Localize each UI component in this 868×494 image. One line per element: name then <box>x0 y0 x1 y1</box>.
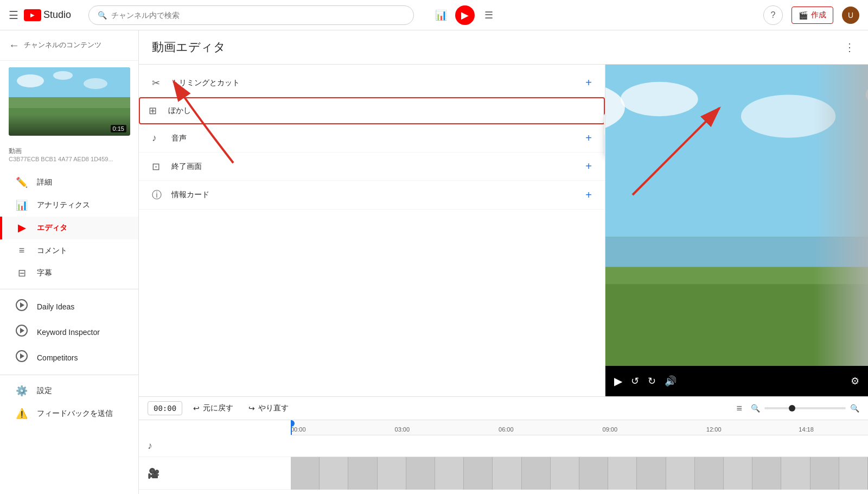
rewind-button[interactable]: ↺ <box>631 375 639 387</box>
video-info: 動画 C3B77ECB BCB1 4A77 AED8 1D459... <box>9 147 130 162</box>
timeline-right-controls: ≡ 🔍 🔍 <box>736 403 859 414</box>
svg-marker-7 <box>20 302 24 308</box>
video-type-label: 動画 <box>9 147 130 156</box>
editor-body: ✂ トリミングとカット + ⊞ ぼかし 顔のぼかし カスタムぼかし <box>139 65 868 494</box>
sidebar-item-keyword-inspector[interactable]: Keyword Inspector <box>0 319 138 345</box>
menu-icon[interactable]: ☰ <box>479 5 499 25</box>
redo-label: やり直す <box>258 403 289 413</box>
search-bar[interactable]: 🔍 <box>88 5 414 25</box>
sidebar-label-competitors: Competitors <box>37 353 78 362</box>
back-arrow-icon[interactable]: ← <box>9 39 20 52</box>
svg-point-4 <box>53 71 73 80</box>
video-preview: ▶ ↺ ↻ 🔊 ⚙ <box>605 65 868 396</box>
sidebar-divider-2 <box>0 375 138 375</box>
svg-rect-2 <box>9 97 130 108</box>
zoom-slider[interactable] <box>764 407 846 409</box>
blur-icon: ⊞ <box>149 105 164 117</box>
sidebar-item-feedback[interactable]: ⚠️ フィードバックを送信 <box>0 402 138 425</box>
analytics-icon[interactable]: 📊 <box>431 5 451 25</box>
sidebar-item-competitors[interactable]: Competitors <box>0 345 138 370</box>
ruler-2: 06:00 <box>499 426 514 433</box>
video-cell-4 <box>378 457 406 490</box>
ruler-4: 12:00 <box>706 426 722 433</box>
ruler-spacer <box>139 420 291 435</box>
sidebar-label-comments: コメント <box>37 246 67 256</box>
playhead[interactable] <box>291 420 292 435</box>
timeline-ruler: 00:00 03:00 06:00 09:00 12:00 14:18 <box>291 420 868 435</box>
forward-button[interactable]: ↻ <box>648 375 656 387</box>
play-button[interactable]: ▶ <box>614 375 622 388</box>
trim-add-button[interactable]: + <box>585 77 592 89</box>
keyword-inspector-icon <box>15 325 28 339</box>
video-cell-13 <box>637 457 666 490</box>
video-cell-19 <box>810 457 839 490</box>
svg-point-3 <box>17 74 44 87</box>
volume-button[interactable]: 🔊 <box>665 375 676 387</box>
yt-logo: Studio <box>24 9 71 21</box>
sidebar-label-subtitles: 字幕 <box>37 268 52 278</box>
undo-button[interactable]: ↩ 元に戻す <box>189 401 238 415</box>
video-cell-8 <box>493 457 521 490</box>
page-options-menu[interactable]: ⋮ <box>844 41 855 54</box>
video-cell-7 <box>464 457 493 490</box>
sidebar-item-comments[interactable]: ≡ コメント <box>0 239 138 262</box>
video-cell-15 <box>695 457 724 490</box>
preview-controls: ▶ ↺ ↻ 🔊 ⚙ <box>605 366 868 396</box>
timeline-lines-icon[interactable]: ≡ <box>736 403 742 414</box>
competitors-icon <box>15 350 28 365</box>
sidebar-item-daily-ideas[interactable]: Daily Ideas <box>0 294 138 319</box>
analytics-bar-icon: 📊 <box>15 199 28 211</box>
settings-icon: ⚙️ <box>15 385 28 397</box>
audio-add-button[interactable]: + <box>585 132 592 144</box>
video-track-label: 🎥 <box>139 457 291 490</box>
video-cell-14 <box>666 457 695 490</box>
sidebar-label-details: 詳細 <box>37 178 52 187</box>
create-button[interactable]: 🎬 作成 <box>792 7 833 24</box>
blur-label: ぼかし <box>168 106 595 116</box>
track-labels: ♪ 🎥 <box>139 420 291 494</box>
search-input[interactable] <box>111 11 405 20</box>
sidebar-divider <box>0 289 138 289</box>
sidebar-item-analytics[interactable]: 📊 アナリティクス <box>0 194 138 217</box>
subtitles-icon: ⊟ <box>15 267 28 279</box>
blur-section: ⊞ ぼかし 顔のぼかし カスタムぼかし <box>139 97 605 124</box>
sidebar-item-details[interactable]: ✏️ 詳細 <box>0 171 138 194</box>
audio-label: 音声 <box>171 134 585 143</box>
avatar[interactable]: U <box>842 7 859 24</box>
play-circle-icon[interactable]: ▶ <box>455 5 475 25</box>
zoom-thumb <box>789 405 795 411</box>
preview-settings-icon[interactable]: ⚙ <box>851 375 859 387</box>
toolbar-icons: 📊 ▶ ☰ <box>431 5 499 25</box>
sidebar-item-editor[interactable]: ▶ エディタ <box>0 217 138 239</box>
timeline-body: ♪ 🎥 00:00 03:00 06:00 09:00 <box>139 420 868 494</box>
page-title: 動画エディタ <box>152 39 226 55</box>
hamburger-icon[interactable]: ☰ <box>9 9 18 22</box>
audio-icon: ♪ <box>152 132 167 144</box>
end-screen-icon: ⊡ <box>152 161 167 173</box>
ruler-5: 14:18 <box>799 426 814 433</box>
channel-section: ← チャンネルのコンテンツ <box>0 30 138 61</box>
info-card-add-button[interactable]: + <box>585 189 592 201</box>
blur-row[interactable]: ⊞ ぼかし <box>139 97 605 124</box>
info-card-label: 情報カード <box>171 190 585 200</box>
comments-icon: ≡ <box>15 245 28 256</box>
redo-button[interactable]: ↪ やり直す <box>244 401 293 415</box>
video-cell-1 <box>291 457 320 490</box>
sidebar-label-keyword-inspector: Keyword Inspector <box>37 328 100 337</box>
ruler-0: 00:00 <box>291 426 306 433</box>
zoom-out-icon[interactable]: 🔍 <box>751 404 760 413</box>
video-track <box>291 457 868 490</box>
create-icon: 🎬 <box>799 11 808 20</box>
video-thumbnail[interactable]: 0:15 <box>9 67 130 136</box>
redo-icon: ↪ <box>248 404 255 413</box>
video-cell-16 <box>724 457 752 490</box>
pencil-icon: ✏️ <box>15 176 28 188</box>
sidebar-item-subtitles[interactable]: ⊟ 字幕 <box>0 262 138 284</box>
end-screen-add-button[interactable]: + <box>585 160 592 173</box>
sidebar-item-settings[interactable]: ⚙️ 設定 <box>0 379 138 402</box>
zoom-in-icon[interactable]: 🔍 <box>850 404 859 413</box>
end-screen-label: 終了画面 <box>171 162 585 172</box>
undo-icon: ↩ <box>193 404 200 413</box>
help-icon[interactable]: ? <box>763 5 783 25</box>
video-cell-18 <box>781 457 810 490</box>
